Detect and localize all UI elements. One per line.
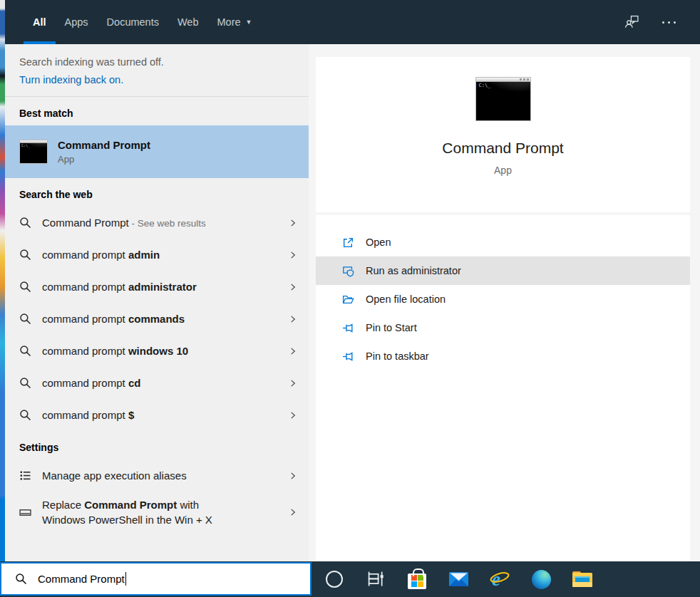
cortana-icon[interactable]	[324, 568, 345, 591]
indexing-notice: Search indexing was turned off. Turn ind…	[5, 44, 309, 89]
suggestion-text: command prompt cd	[42, 377, 289, 389]
web-suggestion[interactable]: command prompt admin	[5, 239, 309, 271]
web-suggestion[interactable]: command prompt $	[5, 399, 309, 431]
web-suggestion[interactable]: command prompt administrator	[5, 271, 309, 303]
results-panel: Search indexing was turned off. Turn ind…	[5, 44, 309, 562]
web-suggestion[interactable]: Command Prompt - See web results	[5, 207, 309, 239]
run-as-admin-icon	[342, 265, 354, 277]
taskbar-icons: e	[314, 561, 603, 597]
action-pin-to-start[interactable]: Pin to Start	[316, 313, 690, 342]
settings-result[interactable]: Replace Command Prompt with Windows Powe…	[5, 492, 309, 533]
pin-icon	[342, 351, 354, 363]
search-icon	[19, 313, 31, 325]
actions-card: Open Run as administrator Open file loca…	[316, 215, 690, 561]
chevron-right-icon[interactable]	[289, 281, 297, 293]
best-match-type: App	[58, 154, 150, 165]
search-icon	[19, 249, 31, 261]
suggestion-text: command prompt commands	[42, 313, 289, 325]
suggestion-text: command prompt administrator	[42, 281, 289, 293]
best-match-text: Command Prompt App	[58, 139, 150, 165]
chevron-right-icon[interactable]	[289, 378, 297, 389]
command-prompt-icon: C:\_	[19, 140, 48, 164]
open-file-location-icon	[342, 294, 354, 306]
action-run-as-administrator[interactable]: Run as administrator	[316, 256, 690, 285]
best-match-header: Best match	[5, 97, 309, 125]
settings-result-text: Replace Command Prompt with Windows Powe…	[42, 497, 289, 527]
task-view-icon[interactable]	[365, 568, 386, 591]
app-list-icon	[19, 469, 31, 482]
action-pin-to-taskbar[interactable]: Pin to taskbar	[316, 342, 690, 370]
tab-apps[interactable]: Apps	[65, 0, 88, 44]
web-section-header: Search the web	[5, 178, 309, 207]
header-actions	[624, 0, 700, 44]
chevron-right-icon[interactable]	[289, 470, 297, 482]
suggestion-text: command prompt $	[42, 409, 289, 421]
tab-documents[interactable]: Documents	[107, 0, 159, 44]
indexing-message: Search indexing was turned off.	[19, 53, 309, 71]
indexing-link[interactable]: Turn indexing back on.	[19, 71, 309, 89]
preview-title: Command Prompt	[442, 140, 563, 157]
preview-type: App	[494, 165, 512, 176]
tab-apps-label: Apps	[65, 16, 88, 28]
windows-search-panel: All Apps Documents Web More ▼ Search ind…	[0, 0, 700, 597]
more-options-icon[interactable]	[662, 21, 676, 24]
desktop-edge	[0, 0, 5, 562]
tab-web[interactable]: Web	[177, 0, 199, 44]
file-explorer-icon[interactable]	[572, 568, 593, 591]
search-filter-bar: All Apps Documents Web More ▼	[5, 0, 700, 44]
action-label: Pin to taskbar	[366, 351, 429, 362]
tab-more[interactable]: More ▼	[217, 0, 252, 44]
text-caret	[125, 572, 127, 586]
chevron-right-icon[interactable]	[289, 410, 297, 421]
suggestion-text: command prompt windows 10	[42, 345, 289, 357]
tab-web-label: Web	[177, 16, 199, 28]
command-prompt-preview-icon: C:\_	[475, 77, 531, 121]
action-open-file-location[interactable]: Open file location	[316, 285, 690, 313]
search-icon	[15, 573, 27, 585]
web-suggestion[interactable]: command prompt cd	[5, 367, 309, 399]
suggestion-text: Command Prompt - See web results	[42, 217, 289, 229]
internet-explorer-icon[interactable]: e	[489, 568, 510, 591]
tab-more-label: More	[217, 16, 241, 28]
web-suggestion[interactable]: command prompt commands	[5, 303, 309, 335]
feedback-icon[interactable]	[624, 15, 639, 30]
chevron-right-icon[interactable]	[289, 346, 297, 357]
settings-result[interactable]: Manage app execution aliases	[5, 460, 309, 492]
best-match-result[interactable]: C:\_ Command Prompt App	[5, 125, 309, 178]
tab-all[interactable]: All	[33, 0, 46, 44]
svg-text:e: e	[492, 569, 500, 590]
best-match-title: Command Prompt	[58, 139, 150, 151]
tab-documents-label: Documents	[107, 16, 159, 28]
mail-icon[interactable]	[448, 568, 469, 591]
search-query-text: Command Prompt	[38, 573, 125, 585]
search-icon	[19, 409, 31, 421]
search-icon	[19, 345, 31, 357]
chevron-right-icon[interactable]	[289, 313, 297, 325]
action-label: Open	[366, 237, 391, 248]
suggestion-text: command prompt admin	[42, 249, 289, 261]
action-label: Pin to Start	[366, 322, 417, 333]
window-icon	[19, 507, 31, 519]
search-icon	[19, 377, 31, 389]
settings-section-header: Settings	[5, 431, 309, 460]
chevron-down-icon: ▼	[246, 19, 252, 26]
action-label: Run as administrator	[366, 265, 461, 276]
preview-card: C:\_ Command Prompt App	[316, 57, 690, 212]
search-icon	[19, 281, 31, 293]
search-input[interactable]: Command Prompt	[0, 562, 312, 596]
chevron-right-icon[interactable]	[289, 507, 297, 518]
action-open[interactable]: Open	[316, 228, 690, 256]
search-icon	[19, 217, 31, 229]
pin-icon	[342, 322, 354, 334]
chevron-right-icon[interactable]	[289, 217, 297, 229]
action-label: Open file location	[366, 294, 446, 305]
open-icon	[342, 237, 354, 249]
settings-result-text: Manage app execution aliases	[42, 469, 289, 482]
microsoft-edge-icon[interactable]	[530, 568, 552, 591]
web-suggestion[interactable]: command prompt windows 10	[5, 335, 309, 367]
microsoft-store-icon[interactable]	[406, 568, 428, 591]
chevron-right-icon[interactable]	[289, 249, 297, 261]
tab-all-label: All	[33, 16, 46, 28]
